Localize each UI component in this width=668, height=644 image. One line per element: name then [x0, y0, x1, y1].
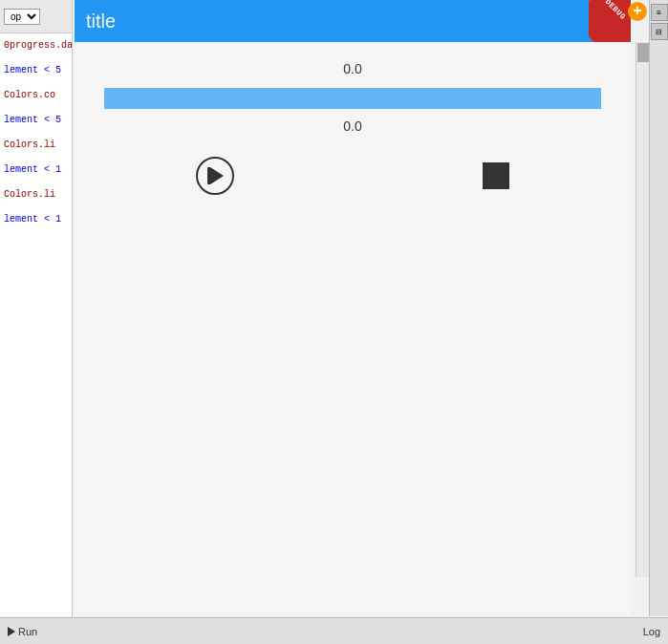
progress-bar-container[interactable] [104, 88, 601, 109]
code-line-2: lement < 5 [0, 58, 72, 83]
left-panel-header: op [0, 0, 72, 33]
window-titlebar: title DEBUG [75, 0, 631, 42]
toolbar-btn-1[interactable]: ≡ [651, 4, 668, 21]
bottom-bar: Run Log [0, 617, 668, 644]
code-line-7: Colors.li [0, 182, 72, 207]
code-line-8: lement < 1 [0, 207, 72, 232]
controls-row [104, 157, 601, 195]
value-top-display: 0.0 [343, 61, 361, 76]
log-button[interactable]: Log [643, 626, 660, 637]
right-toolbar: ≡ ⊟ [649, 0, 668, 616]
left-code-panel: op 0progress.dar lement < 5 Colors.co le… [0, 0, 73, 616]
dropdown-selector[interactable]: op [4, 9, 40, 25]
progress-bar-fill [104, 88, 601, 109]
value-bottom-display: 0.0 [343, 118, 361, 134]
code-line-4: lement < 5 [0, 108, 72, 133]
run-label: Run [18, 626, 37, 637]
toolbar-btn-2[interactable]: ⊟ [651, 23, 668, 40]
code-line-3: Colors.co [0, 83, 72, 108]
run-button[interactable]: Run [8, 626, 37, 637]
code-line-1: 0progress.dar [0, 33, 72, 58]
scrollbar-thumb[interactable] [637, 43, 649, 62]
stop-button[interactable] [483, 162, 509, 189]
play-step-icon [210, 167, 224, 184]
window-title: title [86, 11, 116, 32]
window-content: 0.0 0.0 [75, 42, 631, 615]
code-line-5: Colors.li [0, 133, 72, 158]
code-line-6: lement < 1 [0, 158, 72, 182]
run-icon [8, 627, 15, 636]
play-step-button[interactable] [196, 157, 234, 195]
debug-badge: DEBUG [589, 0, 631, 42]
right-scrollbar[interactable] [636, 42, 649, 577]
add-button[interactable]: + [628, 2, 647, 21]
